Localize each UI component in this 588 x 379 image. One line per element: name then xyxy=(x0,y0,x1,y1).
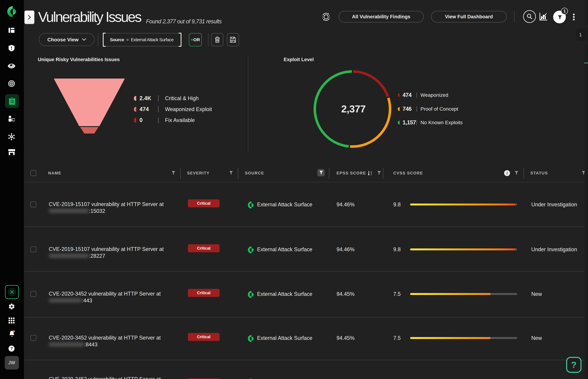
svg-text:?: ? xyxy=(10,346,13,351)
